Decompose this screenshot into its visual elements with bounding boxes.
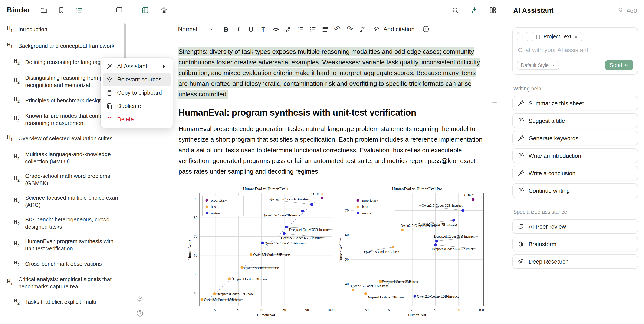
- top-bar-left: Binder: [0, 0, 132, 21]
- search-icon[interactable]: [452, 7, 459, 14]
- ordered-list-icon[interactable]: 123: [296, 24, 305, 34]
- resize-handle[interactable]: [492, 101, 497, 103]
- assistant-action-deep-research[interactable]: Deep Research: [512, 254, 638, 269]
- assistant-action-generate-keywords[interactable]: Generate keywords: [512, 131, 638, 145]
- body-paragraph[interactable]: HumanEval presents code-generation tasks…: [178, 123, 486, 177]
- menu-item-relevant-sources[interactable]: Relevant sources: [103, 73, 171, 86]
- svg-text:Qwen2.5-Coder-7B-instruct: Qwen2.5-Coder-7B-instruct: [262, 213, 302, 217]
- assistant-action-write-a-conclusion[interactable]: Write a conclusion: [512, 166, 638, 181]
- editor-toolbar: Normal BIUŦ<>123↶↷ Add citation: [132, 21, 506, 38]
- chat-composer[interactable]: Project Text Chat with your AI assistant…: [512, 27, 638, 75]
- outline-item[interactable]: H2Grade-school math word problems (GSM8K…: [0, 172, 132, 187]
- panel-toggle-icon[interactable]: [142, 7, 149, 14]
- highlight-icon[interactable]: [283, 24, 292, 34]
- sparkles-icon[interactable]: [470, 7, 478, 14]
- style-selector-label: Default Style: [521, 63, 548, 68]
- insert-plus-icon[interactable]: [422, 25, 430, 33]
- assistant-action-write-an-introduction[interactable]: Write an introduction: [512, 148, 638, 163]
- outline-item[interactable]: H1Background and conceptual framework: [0, 41, 132, 50]
- svg-text:HumanEval: HumanEval: [257, 313, 275, 317]
- submenu-arrow-icon: [160, 63, 168, 70]
- folder-icon[interactable]: [40, 7, 48, 14]
- menu-item-copy-to-clipboard[interactable]: Copy to clipboard: [103, 86, 171, 99]
- assistant-action-label: Continue writing: [528, 188, 570, 194]
- context-chip[interactable]: Project Text: [532, 32, 582, 41]
- outline-item[interactable]: H2Tasks that elicit explicit, multi-: [0, 297, 132, 306]
- menu-item-ai-assistant[interactable]: AI Assistant: [103, 60, 171, 73]
- wand-icon: [518, 170, 524, 177]
- outline-item[interactable]: H2BIG-bench: heterogeneous, crowd-design…: [0, 216, 132, 230]
- bold-icon[interactable]: B: [222, 24, 231, 34]
- svg-text:DeepseekCoder-33B-base: DeepseekCoder-33B-base: [232, 277, 268, 281]
- svg-text:Qwen2.5-Coder-32B-base: Qwen2.5-Coder-32B-base: [253, 253, 290, 257]
- svg-text:HumanEval Pro: HumanEval Pro: [338, 237, 343, 262]
- outline-item[interactable]: H1Critical analysis: empirical signals t…: [0, 276, 132, 290]
- assistant-action-label: Suggest a title: [528, 117, 565, 124]
- chat-input[interactable]: Chat with your AI assistant: [518, 47, 633, 53]
- menu-item-duplicate[interactable]: Duplicate: [103, 99, 171, 113]
- underline-icon[interactable]: U: [246, 24, 256, 34]
- add-citation-label: Add citation: [383, 26, 414, 32]
- heading-level-badge: H1: [7, 25, 13, 34]
- svg-text:instruct: instruct: [362, 211, 373, 215]
- monitor-icon[interactable]: [116, 7, 123, 14]
- bookmark-icon[interactable]: [58, 7, 65, 14]
- assistant-action-suggest-a-title[interactable]: Suggest a title: [512, 113, 638, 128]
- section-heading[interactable]: HumanEval: program synthesis with unit-t…: [178, 107, 486, 118]
- gear-icon[interactable]: [136, 295, 144, 303]
- add-citation-button[interactable]: Add citation: [373, 25, 414, 33]
- svg-text:70: 70: [345, 208, 349, 212]
- outline-item[interactable]: H1Overview of selected evaluation suites: [0, 134, 132, 143]
- clear-format-icon[interactable]: [357, 24, 367, 34]
- assistant-action-ai-peer-review[interactable]: AI Peer review: [512, 219, 638, 234]
- assistant-action-label: Write an introduction: [528, 152, 581, 159]
- svg-text:80: 80: [194, 216, 198, 220]
- menu-item-label: AI Assistant: [117, 63, 147, 70]
- layout-icon[interactable]: [489, 7, 497, 14]
- paragraph-style-selector[interactable]: Normal: [178, 26, 214, 32]
- outline-icon[interactable]: [75, 7, 83, 14]
- assistant-title: AI Assistant: [513, 6, 554, 14]
- close-icon[interactable]: [574, 34, 578, 39]
- highlighted-paragraph[interactable]: Strengths: diversity of task types expos…: [178, 46, 486, 99]
- wand-icon: [518, 117, 524, 124]
- figure-scatter-plots[interactable]: 5060708090100405060708090HumanEval vs Hu…: [187, 186, 486, 319]
- svg-text:60: 60: [345, 233, 349, 237]
- help-icon[interactable]: [136, 309, 144, 317]
- home-icon[interactable]: [160, 7, 168, 14]
- menu-item-delete[interactable]: Delete: [103, 113, 171, 126]
- svg-text:60: 60: [388, 308, 392, 312]
- assistant-action-label: Deep Research: [528, 258, 568, 265]
- outline-item[interactable]: H2Multitask language-and-knowledge colle…: [0, 150, 132, 165]
- heading-level-badge: H2: [14, 218, 20, 228]
- chat-sparkle-icon: [518, 223, 524, 230]
- outline-item[interactable]: H1Introduction: [0, 25, 132, 34]
- assistant-action-continue-writing[interactable]: Continue writing: [512, 184, 638, 198]
- italic-icon[interactable]: I: [234, 24, 243, 34]
- document-content: Strengths: diversity of task types expos…: [178, 46, 486, 319]
- outline-item[interactable]: H2HumanEval: program synthesis with unit…: [0, 237, 132, 252]
- assistant-action-brainstorm[interactable]: Brainstorm: [512, 237, 638, 251]
- clipboard-icon: [106, 89, 113, 96]
- svg-text:80: 80: [282, 308, 286, 312]
- align-icon[interactable]: [320, 24, 330, 34]
- svg-text:O1-mini: O1-mini: [462, 193, 474, 197]
- redo-icon[interactable]: ↷: [345, 24, 354, 34]
- assistant-action-summarize-this-sheet[interactable]: Summarize this sheet: [512, 96, 638, 110]
- bullet-list-icon[interactable]: [308, 24, 317, 34]
- outline-item-label: Critical analysis: empirical signals tha…: [18, 276, 123, 290]
- style-selector[interactable]: Default Style: [517, 61, 559, 69]
- heading-level-badge: H2: [14, 175, 20, 184]
- svg-text:instruct: instruct: [211, 211, 222, 215]
- heading-level-badge: H2: [14, 297, 20, 306]
- clear-format-icon: [358, 25, 366, 33]
- send-button[interactable]: Send ↵: [606, 60, 633, 70]
- writing-help-heading: Writing help: [513, 86, 637, 92]
- svg-text:3: 3: [298, 30, 299, 32]
- strikethrough-icon[interactable]: Ŧ: [258, 24, 268, 34]
- outline-item[interactable]: H2Cross-benchmark observations: [0, 259, 132, 268]
- undo-icon[interactable]: ↶: [333, 24, 342, 34]
- outline-item[interactable]: H2Science-focused multiple-choice exam (…: [0, 194, 132, 208]
- add-context-button[interactable]: [517, 32, 528, 41]
- code-icon[interactable]: <>: [271, 24, 280, 34]
